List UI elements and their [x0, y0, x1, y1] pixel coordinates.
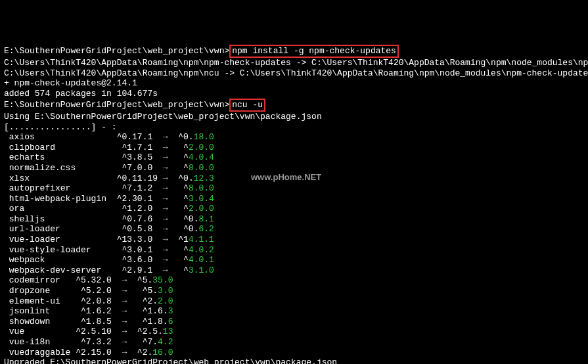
to-version-updated: 35.0 [152, 275, 173, 285]
to-version-prefix: ^ [183, 163, 189, 173]
from-version: ^7.3.2 [76, 337, 112, 347]
to-version-updated: 8.1 [198, 214, 214, 224]
arrow-icon: → [152, 163, 183, 173]
arrow-icon: → [152, 143, 183, 152]
package-name: webpack [4, 255, 117, 265]
package-name: normalize.css [4, 163, 117, 173]
arrow-icon: → [112, 327, 137, 336]
package-name: vue [4, 327, 76, 337]
arrow-icon: → [152, 194, 183, 204]
arrow-icon: → [112, 286, 143, 296]
package-name: xlsx [4, 173, 117, 184]
package-name: url-loader [4, 224, 117, 235]
watermark-text: www.pHome.NET [251, 172, 321, 183]
to-version-prefix: ^0. [178, 132, 193, 142]
to-version-updated: 2.0.0 [189, 204, 214, 214]
package-name: vuedraggable [4, 348, 76, 358]
to-version-prefix: ^ [183, 245, 189, 255]
package-name: clipboard [4, 143, 117, 153]
from-version: ^1.6.2 [76, 306, 112, 316]
from-version: ^5.2.0 [76, 286, 112, 296]
to-version-updated: 4.0.1 [189, 255, 214, 265]
package-name: vue-i18n [4, 337, 76, 348]
to-version-updated: 8.0.0 [189, 183, 214, 193]
to-version-updated: 8.0.0 [189, 163, 214, 173]
package-name: dropzone [4, 286, 76, 296]
arrow-icon: → [152, 235, 178, 244]
to-version-prefix: ^ [183, 204, 189, 214]
to-version-updated: 3.0.4 [189, 194, 214, 204]
arrow-icon: → [112, 306, 143, 316]
to-version-prefix: ^0. [183, 214, 198, 224]
arrow-icon: → [152, 224, 183, 234]
from-version: ^0.7.6 [117, 214, 153, 224]
from-version: ^0.17.1 [117, 132, 153, 142]
from-version: ^7.1.2 [117, 183, 153, 193]
package-name: echarts [4, 152, 117, 163]
to-version-updated: 3 [168, 306, 173, 316]
command-2-highlight: ncu -u [229, 99, 265, 112]
arrow-icon: → [152, 265, 183, 275]
from-version: ^13.3.0 [117, 235, 153, 244]
from-version: ^1.2.0 [117, 204, 153, 214]
from-version: ^5.32.0 [76, 275, 112, 285]
package-name: webpack-dev-server [4, 265, 117, 276]
to-version-prefix: ^2.5. [137, 327, 163, 336]
arrow-icon: → [112, 348, 137, 357]
arrow-icon: → [152, 152, 183, 162]
to-version-updated: 18.0 [194, 132, 214, 142]
to-version-updated: 2.0.0 [189, 143, 214, 152]
to-version-prefix: ^2. [137, 348, 152, 357]
from-version: ^3.8.5 [117, 152, 153, 162]
arrow-icon: → [112, 296, 143, 306]
to-version-prefix: ^1.6. [143, 306, 168, 316]
package-name: vue-style-loader [4, 245, 117, 256]
arrow-icon: → [152, 245, 183, 255]
to-version-prefix: ^ [183, 152, 189, 162]
package-name: ora [4, 204, 117, 214]
to-version-prefix: ^ [183, 143, 189, 152]
to-version-updated: 4.0.4 [189, 152, 214, 162]
command-1-highlight: npm install -g npm-check-updates [229, 45, 399, 58]
to-version-prefix: ^2. [143, 296, 158, 306]
package-name: jsonlint [4, 306, 76, 317]
package-name: vue-loader [4, 235, 117, 245]
arrow-icon: → [152, 204, 183, 214]
arrow-icon: → [152, 255, 183, 265]
to-version-prefix: ^1.8. [143, 317, 168, 327]
package-name: showdown [4, 317, 76, 327]
to-version-updated: 4.1.1 [189, 235, 214, 244]
from-version: ^2.30.1 [117, 194, 153, 204]
to-version-prefix: ^0. [183, 224, 198, 234]
to-version-prefix: ^7. [143, 337, 158, 347]
from-version: ^2.15.0 [76, 348, 112, 357]
package-name: shelljs [4, 214, 117, 225]
to-version-prefix: ^5. [137, 275, 152, 285]
to-version-prefix: ^1 [178, 235, 189, 244]
arrow-icon: → [152, 183, 183, 193]
package-name: axios [4, 132, 117, 143]
to-version-updated: 3.0 [158, 286, 173, 296]
arrow-icon: → [112, 275, 137, 285]
arrow-icon: → [152, 214, 183, 224]
arrow-icon: → [112, 317, 143, 327]
package-name: element-ui [4, 296, 76, 307]
to-version-updated: 4.0.2 [189, 245, 214, 255]
from-version: ^0.5.8 [117, 224, 153, 234]
to-version-updated: 6 [168, 317, 173, 327]
from-version: ^1.8.5 [76, 317, 112, 327]
package-name: html-webpack-plugin [4, 194, 117, 204]
to-version-updated: 6.2 [198, 224, 214, 234]
to-version-prefix: ^ [183, 194, 189, 204]
from-version: ^3.0.1 [117, 245, 153, 255]
from-version: ^7.0.0 [117, 163, 153, 173]
from-version: ^3.6.0 [117, 255, 153, 265]
package-name: autoprefixer [4, 183, 117, 194]
to-version-updated: 2.0 [158, 296, 173, 306]
to-version-prefix: ^ [183, 255, 189, 265]
arrow-icon: → [112, 337, 143, 347]
to-version-updated: 12.3 [194, 173, 214, 183]
to-version-prefix: ^5. [143, 286, 158, 296]
terminal-output: E:\SouthernPowerGridProject\web_project\… [4, 45, 584, 364]
to-version-updated: 4.2 [158, 337, 173, 347]
